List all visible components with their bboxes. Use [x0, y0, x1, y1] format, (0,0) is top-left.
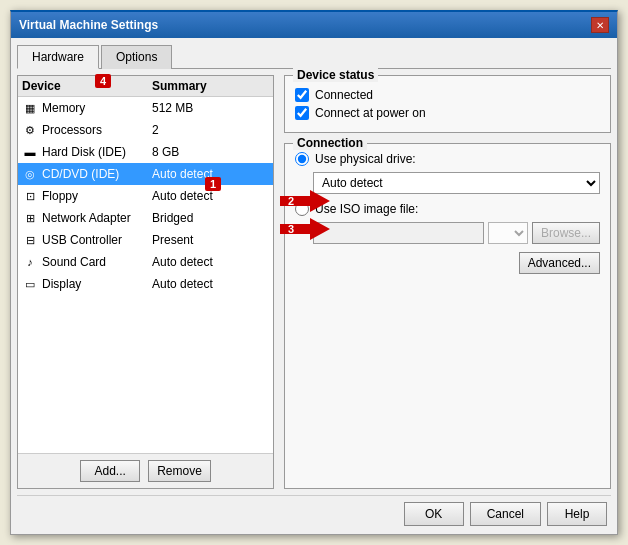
iso-path-input[interactable] — [313, 222, 484, 244]
device-icon-network: ⊞ — [22, 210, 38, 226]
device-summary-processors: 2 — [152, 123, 269, 137]
device-name-memory: Memory — [42, 101, 152, 115]
device-name-sound: Sound Card — [42, 255, 152, 269]
device-status-title: Device status — [293, 68, 378, 82]
use-physical-row: Use physical drive: — [295, 152, 600, 166]
right-panel: Device status Connected Connect at power… — [284, 75, 611, 489]
device-name-usb: USB Controller — [42, 233, 152, 247]
device-row-floppy[interactable]: ⊡FloppyAuto detect — [18, 185, 273, 207]
device-summary-floppy: Auto detect — [152, 189, 269, 203]
device-list-header: Device Summary — [18, 76, 273, 97]
device-row-harddisk[interactable]: ▬Hard Disk (IDE)8 GB — [18, 141, 273, 163]
device-summary-display: Auto detect — [152, 277, 269, 291]
device-list-panel: Device Summary ▦Memory512 MB⚙Processors2… — [17, 75, 274, 489]
cancel-button[interactable]: Cancel — [470, 502, 541, 526]
device-summary-cddvd: Auto detect — [152, 167, 269, 181]
device-row-sound[interactable]: ♪Sound CardAuto detect — [18, 251, 273, 273]
remove-button[interactable]: Remove — [148, 460, 211, 482]
device-icon-harddisk: ▬ — [22, 144, 38, 160]
device-summary-memory: 512 MB — [152, 101, 269, 115]
connect-power-label: Connect at power on — [315, 106, 426, 120]
help-button[interactable]: Help — [547, 502, 607, 526]
device-icon-display: ▭ — [22, 276, 38, 292]
device-icon-memory: ▦ — [22, 100, 38, 116]
device-name-cddvd: CD/DVD (IDE) — [42, 167, 152, 181]
col-summary: Summary — [152, 79, 269, 93]
browse-button[interactable]: Browse... — [532, 222, 600, 244]
device-icon-processors: ⚙ — [22, 122, 38, 138]
advanced-row: Advanced... — [295, 252, 600, 274]
use-physical-radio[interactable] — [295, 152, 309, 166]
tab-hardware[interactable]: Hardware — [17, 45, 99, 69]
col-device: Device — [22, 79, 152, 93]
title-bar-controls: ✕ — [591, 17, 609, 33]
connected-checkbox[interactable] — [295, 88, 309, 102]
use-iso-row: Use ISO image file: — [295, 202, 600, 216]
device-summary-usb: Present — [152, 233, 269, 247]
main-content: Device Summary ▦Memory512 MB⚙Processors2… — [17, 75, 611, 489]
title-bar: Virtual Machine Settings ✕ — [11, 12, 617, 38]
connected-row: Connected — [295, 88, 600, 102]
connection-title: Connection — [293, 136, 367, 150]
device-summary-sound: Auto detect — [152, 255, 269, 269]
device-name-processors: Processors — [42, 123, 152, 137]
use-iso-radio[interactable] — [295, 202, 309, 216]
device-summary-network: Bridged — [152, 211, 269, 225]
device-icon-sound: ♪ — [22, 254, 38, 270]
use-iso-label: Use ISO image file: — [315, 202, 418, 216]
connected-label: Connected — [315, 88, 373, 102]
device-row-display[interactable]: ▭DisplayAuto detect — [18, 273, 273, 295]
device-row-processors[interactable]: ⚙Processors2 — [18, 119, 273, 141]
connection-group: Connection Use physical drive: Auto dete… — [284, 143, 611, 489]
device-list-actions: Add... Remove — [18, 453, 273, 488]
ok-button[interactable]: OK — [404, 502, 464, 526]
device-icon-cddvd: ◎ — [22, 166, 38, 182]
physical-drive-dropdown-row: Auto detect — [313, 172, 600, 194]
add-button[interactable]: Add... — [80, 460, 140, 482]
window-body: Hardware Options Device Summary ▦Memory5… — [11, 38, 617, 534]
tabs-bar: Hardware Options — [17, 44, 611, 69]
iso-input-row: Browse... — [313, 222, 600, 244]
device-icon-usb: ⊟ — [22, 232, 38, 248]
device-row-cddvd[interactable]: ◎CD/DVD (IDE)Auto detect — [18, 163, 273, 185]
window-title: Virtual Machine Settings — [19, 18, 158, 32]
device-name-floppy: Floppy — [42, 189, 152, 203]
device-status-group: Device status Connected Connect at power… — [284, 75, 611, 133]
device-row-memory[interactable]: ▦Memory512 MB — [18, 97, 273, 119]
advanced-button[interactable]: Advanced... — [519, 252, 600, 274]
connect-power-checkbox[interactable] — [295, 106, 309, 120]
use-physical-label: Use physical drive: — [315, 152, 416, 166]
dialog-actions: OK Cancel Help — [17, 495, 611, 528]
close-button[interactable]: ✕ — [591, 17, 609, 33]
device-name-harddisk: Hard Disk (IDE) — [42, 145, 152, 159]
iso-dropdown[interactable] — [488, 222, 528, 244]
virtual-machine-settings-window: Virtual Machine Settings ✕ Hardware Opti… — [10, 10, 618, 535]
device-name-display: Display — [42, 277, 152, 291]
device-name-network: Network Adapter — [42, 211, 152, 225]
device-icon-floppy: ⊡ — [22, 188, 38, 204]
device-row-network[interactable]: ⊞Network AdapterBridged — [18, 207, 273, 229]
device-summary-harddisk: 8 GB — [152, 145, 269, 159]
device-row-usb[interactable]: ⊟USB ControllerPresent — [18, 229, 273, 251]
device-list[interactable]: ▦Memory512 MB⚙Processors2▬Hard Disk (IDE… — [18, 97, 273, 453]
connect-power-row: Connect at power on — [295, 106, 600, 120]
tab-options[interactable]: Options — [101, 45, 172, 69]
physical-drive-dropdown[interactable]: Auto detect — [313, 172, 600, 194]
